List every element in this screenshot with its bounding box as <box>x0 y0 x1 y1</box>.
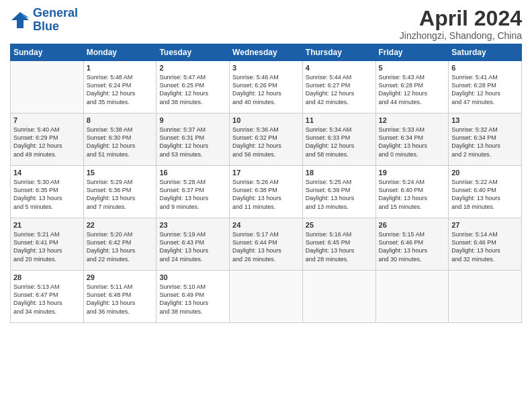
svg-marker-0 <box>11 12 29 28</box>
month-title: April 2024 <box>400 7 522 30</box>
day-info: Sunrise: 5:40 AM Sunset: 6:29 PM Dayligh… <box>13 126 81 158</box>
day-number: 4 <box>306 64 373 72</box>
calendar-cell: 2Sunrise: 5:47 AM Sunset: 6:25 PM Daylig… <box>157 61 230 113</box>
day-info: Sunrise: 5:20 AM Sunset: 6:42 PM Dayligh… <box>87 230 154 263</box>
day-info: Sunrise: 5:33 AM Sunset: 6:34 PM Dayligh… <box>379 126 446 158</box>
calendar-cell: 16Sunrise: 5:28 AM Sunset: 6:37 PM Dayli… <box>157 166 230 218</box>
day-info: Sunrise: 5:30 AM Sunset: 6:35 PM Dayligh… <box>13 178 81 211</box>
day-number: 9 <box>159 116 226 124</box>
col-wednesday: Wednesday <box>230 44 303 61</box>
calendar-cell <box>230 271 303 323</box>
day-number: 30 <box>159 273 226 281</box>
day-number: 3 <box>232 64 300 72</box>
day-info: Sunrise: 5:37 AM Sunset: 6:31 PM Dayligh… <box>159 126 226 158</box>
day-number: 28 <box>13 273 81 281</box>
col-friday: Friday <box>375 44 449 61</box>
calendar-cell: 12Sunrise: 5:33 AM Sunset: 6:34 PM Dayli… <box>375 113 449 166</box>
calendar-table: Sunday Monday Tuesday Wednesday Thursday… <box>10 44 522 323</box>
day-info: Sunrise: 5:25 AM Sunset: 6:39 PM Dayligh… <box>306 178 373 211</box>
calendar-cell: 25Sunrise: 5:16 AM Sunset: 6:45 PM Dayli… <box>302 218 375 271</box>
calendar-cell: 18Sunrise: 5:25 AM Sunset: 6:39 PM Dayli… <box>302 166 375 218</box>
day-info: Sunrise: 5:21 AM Sunset: 6:41 PM Dayligh… <box>13 230 81 263</box>
calendar-cell: 15Sunrise: 5:29 AM Sunset: 6:36 PM Dayli… <box>83 166 157 218</box>
calendar-cell: 1Sunrise: 5:48 AM Sunset: 6:24 PM Daylig… <box>83 61 157 113</box>
day-number: 26 <box>379 221 446 229</box>
day-info: Sunrise: 5:28 AM Sunset: 6:37 PM Dayligh… <box>159 178 226 211</box>
calendar-cell: 24Sunrise: 5:17 AM Sunset: 6:44 PM Dayli… <box>230 218 303 271</box>
calendar-cell: 6Sunrise: 5:41 AM Sunset: 6:28 PM Daylig… <box>449 61 522 113</box>
calendar-cell <box>11 61 84 113</box>
day-info: Sunrise: 5:13 AM Sunset: 6:47 PM Dayligh… <box>13 283 81 316</box>
day-info: Sunrise: 5:38 AM Sunset: 6:30 PM Dayligh… <box>87 126 154 158</box>
day-info: Sunrise: 5:16 AM Sunset: 6:45 PM Dayligh… <box>306 230 373 263</box>
day-info: Sunrise: 5:47 AM Sunset: 6:25 PM Dayligh… <box>159 73 226 106</box>
calendar-cell <box>449 271 522 323</box>
calendar-cell: 10Sunrise: 5:36 AM Sunset: 6:32 PM Dayli… <box>230 113 303 166</box>
calendar-cell: 23Sunrise: 5:19 AM Sunset: 6:43 PM Dayli… <box>157 218 230 271</box>
day-number: 11 <box>306 116 373 124</box>
calendar-row: 14Sunrise: 5:30 AM Sunset: 6:35 PM Dayli… <box>11 166 522 218</box>
calendar-cell: 9Sunrise: 5:37 AM Sunset: 6:31 PM Daylig… <box>157 113 230 166</box>
day-info: Sunrise: 5:15 AM Sunset: 6:46 PM Dayligh… <box>379 230 446 263</box>
calendar-cell: 19Sunrise: 5:24 AM Sunset: 6:40 PM Dayli… <box>375 166 449 218</box>
calendar-cell: 17Sunrise: 5:26 AM Sunset: 6:38 PM Dayli… <box>230 166 303 218</box>
day-number: 24 <box>232 221 300 229</box>
calendar-cell: 8Sunrise: 5:38 AM Sunset: 6:30 PM Daylig… <box>83 113 157 166</box>
calendar-row: 28Sunrise: 5:13 AM Sunset: 6:47 PM Dayli… <box>11 271 522 323</box>
day-number: 7 <box>13 116 81 124</box>
day-info: Sunrise: 5:19 AM Sunset: 6:43 PM Dayligh… <box>159 230 226 263</box>
day-info: Sunrise: 5:46 AM Sunset: 6:26 PM Dayligh… <box>232 73 300 106</box>
calendar-cell: 29Sunrise: 5:11 AM Sunset: 6:48 PM Dayli… <box>83 271 157 323</box>
day-info: Sunrise: 5:11 AM Sunset: 6:48 PM Dayligh… <box>87 283 154 316</box>
day-info: Sunrise: 5:22 AM Sunset: 6:40 PM Dayligh… <box>451 178 519 211</box>
day-number: 19 <box>379 169 446 177</box>
col-sunday: Sunday <box>11 44 84 61</box>
day-number: 1 <box>87 64 154 72</box>
day-number: 29 <box>87 273 154 281</box>
day-number: 6 <box>451 64 519 72</box>
calendar-cell: 7Sunrise: 5:40 AM Sunset: 6:29 PM Daylig… <box>11 113 84 166</box>
day-info: Sunrise: 5:17 AM Sunset: 6:44 PM Dayligh… <box>232 230 300 263</box>
header-row: Sunday Monday Tuesday Wednesday Thursday… <box>11 44 522 61</box>
calendar-cell: 11Sunrise: 5:34 AM Sunset: 6:33 PM Dayli… <box>302 113 375 166</box>
calendar-cell: 22Sunrise: 5:20 AM Sunset: 6:42 PM Dayli… <box>83 218 157 271</box>
day-info: Sunrise: 5:44 AM Sunset: 6:27 PM Dayligh… <box>306 73 373 106</box>
day-info: Sunrise: 5:41 AM Sunset: 6:28 PM Dayligh… <box>451 73 519 106</box>
calendar-cell: 20Sunrise: 5:22 AM Sunset: 6:40 PM Dayli… <box>449 166 522 218</box>
calendar-cell: 13Sunrise: 5:32 AM Sunset: 6:34 PM Dayli… <box>449 113 522 166</box>
calendar-cell <box>375 271 449 323</box>
logo: General Blue <box>10 7 78 34</box>
day-number: 23 <box>159 221 226 229</box>
day-info: Sunrise: 5:29 AM Sunset: 6:36 PM Dayligh… <box>87 178 154 211</box>
day-number: 20 <box>451 169 519 177</box>
calendar-row: 21Sunrise: 5:21 AM Sunset: 6:41 PM Dayli… <box>11 218 522 271</box>
page-container: General Blue April 2024 Jinzhongzi, Shan… <box>0 0 532 330</box>
day-number: 18 <box>306 169 373 177</box>
day-info: Sunrise: 5:43 AM Sunset: 6:28 PM Dayligh… <box>379 73 446 106</box>
calendar-cell: 4Sunrise: 5:44 AM Sunset: 6:27 PM Daylig… <box>302 61 375 113</box>
day-info: Sunrise: 5:26 AM Sunset: 6:38 PM Dayligh… <box>232 178 300 211</box>
col-tuesday: Tuesday <box>157 44 230 61</box>
calendar-cell: 26Sunrise: 5:15 AM Sunset: 6:46 PM Dayli… <box>375 218 449 271</box>
calendar-cell: 30Sunrise: 5:10 AM Sunset: 6:49 PM Dayli… <box>157 271 230 323</box>
col-saturday: Saturday <box>449 44 522 61</box>
day-number: 22 <box>87 221 154 229</box>
day-number: 8 <box>87 116 154 124</box>
calendar-cell: 28Sunrise: 5:13 AM Sunset: 6:47 PM Dayli… <box>11 271 84 323</box>
day-number: 2 <box>159 64 226 72</box>
day-number: 16 <box>159 169 226 177</box>
day-info: Sunrise: 5:32 AM Sunset: 6:34 PM Dayligh… <box>451 126 519 158</box>
calendar-row: 7Sunrise: 5:40 AM Sunset: 6:29 PM Daylig… <box>11 113 522 166</box>
header: General Blue April 2024 Jinzhongzi, Shan… <box>10 7 522 41</box>
calendar-cell <box>302 271 375 323</box>
col-monday: Monday <box>83 44 157 61</box>
logo-icon <box>10 11 30 30</box>
title-block: April 2024 Jinzhongzi, Shandong, China <box>400 7 522 41</box>
day-number: 27 <box>451 221 519 229</box>
day-number: 13 <box>451 116 519 124</box>
calendar-cell: 14Sunrise: 5:30 AM Sunset: 6:35 PM Dayli… <box>11 166 84 218</box>
calendar-cell: 27Sunrise: 5:14 AM Sunset: 6:46 PM Dayli… <box>449 218 522 271</box>
day-number: 15 <box>87 169 154 177</box>
logo-text: General Blue <box>33 7 78 34</box>
day-number: 10 <box>232 116 300 124</box>
